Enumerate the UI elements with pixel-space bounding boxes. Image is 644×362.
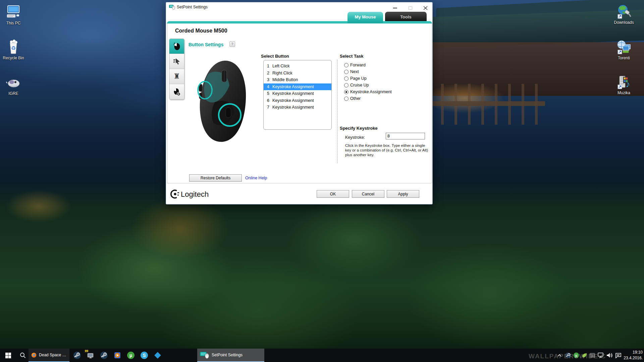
taskbar-steam-2[interactable] bbox=[97, 349, 111, 362]
specify-keystroke-heading: Specify Keystroke bbox=[340, 126, 378, 131]
desktop-icon-recycle-bin[interactable]: ♻ Recycle Bin bbox=[0, 39, 28, 60]
desktop-icon-this-pc[interactable]: This PC bbox=[0, 4, 28, 25]
select-task-heading: Select Task bbox=[340, 54, 364, 59]
clock[interactable]: 19:10 23.4.2016. bbox=[622, 350, 643, 361]
radio-page-up[interactable]: Page Up bbox=[344, 75, 392, 82]
start-button[interactable] bbox=[0, 349, 16, 362]
list-item[interactable]: 6Keystroke Assignment bbox=[264, 97, 331, 104]
list-item[interactable]: 7Keystroke Assignment bbox=[264, 104, 331, 111]
button-list: 1Left Click 2Right Click 3Middle Button … bbox=[263, 60, 332, 130]
select-button-heading: Select Button bbox=[261, 54, 289, 59]
svg-text:Logitech: Logitech bbox=[181, 190, 209, 198]
setpoint-app-icon bbox=[169, 4, 175, 10]
mouse-illustration bbox=[195, 59, 255, 145]
taskbar-window-label: SetPoint Settings bbox=[212, 353, 243, 357]
list-item[interactable]: 1Left Click bbox=[264, 63, 331, 70]
taskbar-utorrent[interactable]: µ bbox=[124, 349, 138, 362]
windows-logo-icon bbox=[5, 353, 11, 358]
steam-icon bbox=[73, 351, 81, 359]
search-button[interactable] bbox=[16, 349, 30, 362]
radio-icon bbox=[344, 76, 348, 81]
svg-text:♻: ♻ bbox=[11, 45, 16, 51]
section-title: Button Settings bbox=[189, 42, 223, 47]
mouse-button-icon bbox=[172, 42, 181, 51]
list-item[interactable]: 3Middle Button bbox=[264, 76, 331, 83]
desktop-icon-label: Downloads bbox=[609, 20, 639, 25]
taskbar-setpoint-window[interactable]: SetPoint Settings bbox=[197, 349, 264, 362]
speaker-icon bbox=[606, 352, 613, 358]
list-item[interactable]: 5Keystroke Assignment bbox=[264, 90, 331, 97]
desktop-icon-downloads[interactable]: Downloads bbox=[609, 3, 639, 25]
keystroke-input[interactable] bbox=[386, 133, 425, 139]
radio-icon bbox=[344, 90, 348, 94]
sidebar-button-settings[interactable] bbox=[169, 39, 184, 54]
utorrent-icon: µ bbox=[127, 351, 135, 359]
radio-cruise-up[interactable]: Cruise Up bbox=[344, 82, 392, 88]
tray-volume[interactable] bbox=[605, 349, 614, 362]
steam-icon bbox=[100, 351, 108, 359]
list-item[interactable]: 2Right Click bbox=[264, 70, 331, 77]
desktop-icon-igre[interactable]: IGRE bbox=[0, 74, 28, 96]
minimize-button[interactable] bbox=[390, 5, 400, 11]
firefox-icon bbox=[31, 351, 37, 359]
close-icon bbox=[423, 6, 428, 10]
this-pc-icon bbox=[5, 4, 21, 20]
titlebar[interactable]: SetPoint Settings bbox=[166, 2, 432, 12]
radio-icon bbox=[344, 97, 348, 101]
downloads-globe-icon bbox=[616, 3, 632, 19]
radio-keystroke-assignment[interactable]: Keystroke Assignment bbox=[344, 88, 392, 95]
radio-icon bbox=[344, 63, 348, 67]
skype-icon: S bbox=[140, 351, 148, 359]
radio-other[interactable]: Other bbox=[344, 95, 392, 102]
apply-button[interactable]: Apply bbox=[387, 190, 419, 198]
radio-icon bbox=[344, 70, 348, 74]
desktop-icon-torenti[interactable]: Torenti bbox=[609, 39, 639, 60]
radio-next[interactable]: Next bbox=[344, 68, 392, 75]
kodi-icon bbox=[154, 351, 162, 359]
sidebar-mouse-options[interactable] bbox=[169, 84, 184, 99]
game-rook-icon: ♜ bbox=[173, 73, 180, 80]
sidebar-pointer-settings[interactable] bbox=[169, 54, 184, 69]
clock-time: 19:10 bbox=[622, 350, 643, 355]
desktop-icon-label: Muzika bbox=[609, 90, 639, 95]
sidebar-game-settings[interactable]: ♜ bbox=[169, 69, 184, 84]
taskbar-kodi[interactable] bbox=[151, 349, 164, 362]
fps-badge: 99 bbox=[85, 350, 89, 353]
media-player-icon bbox=[113, 351, 121, 359]
radio-icon bbox=[344, 83, 348, 87]
list-item[interactable]: 4Keystroke Assignment bbox=[264, 83, 331, 90]
settings-sidebar: ♜ bbox=[169, 39, 184, 100]
content-panel: Corded Mouse M500 ♜ bbox=[167, 23, 432, 183]
recycle-bin-icon: ♻ bbox=[5, 39, 21, 55]
pointer-icon bbox=[172, 57, 181, 66]
taskbar-steam[interactable] bbox=[70, 349, 84, 362]
cancel-button[interactable]: Cancel bbox=[352, 190, 384, 198]
desktop-icon-label: Recycle Bin bbox=[0, 56, 28, 60]
svg-text:♪: ♪ bbox=[626, 79, 630, 89]
logitech-logo: Logitech bbox=[170, 188, 217, 200]
ok-button[interactable]: OK bbox=[317, 190, 349, 198]
taskbar-firefox-window[interactable]: Dead Space 2 - Stra... bbox=[29, 349, 69, 362]
taskbar-skype[interactable]: S bbox=[138, 349, 151, 362]
radio-forward[interactable]: Forward bbox=[344, 62, 392, 68]
close-button[interactable] bbox=[420, 5, 430, 11]
maximize-button[interactable] bbox=[405, 5, 415, 11]
restore-defaults-button[interactable]: Restore Defaults bbox=[189, 174, 242, 182]
keystroke-field-label: Keystroke: bbox=[345, 135, 365, 140]
taskbar-window-label: Dead Space 2 - Stra... bbox=[39, 353, 67, 357]
desktop-icon-label: Torenti bbox=[609, 56, 639, 60]
desktop-icon-label: IGRE bbox=[0, 91, 28, 96]
tray-action-center[interactable] bbox=[614, 349, 623, 362]
taskbar-media-player[interactable] bbox=[111, 349, 124, 362]
column-separator bbox=[337, 60, 337, 163]
help-button[interactable]: ? bbox=[229, 41, 235, 47]
tab-my-mouse[interactable]: My Mouse bbox=[347, 12, 383, 23]
window-title: SetPoint Settings bbox=[177, 5, 208, 9]
taskbar-fps-monitor[interactable]: 99 bbox=[84, 349, 97, 362]
online-help-link[interactable]: Online Help bbox=[245, 176, 267, 180]
mouse-plus-icon bbox=[172, 87, 181, 96]
task-radio-group: Forward Next Page Up Cruise Up Keystroke… bbox=[344, 62, 392, 102]
desktop-icon-muzika[interactable]: ♪ Muzika bbox=[609, 74, 639, 95]
notification-icon bbox=[615, 353, 622, 358]
desktop: WALLPAPERSWIDE.C This PC ♻ Recycle Bin bbox=[0, 0, 644, 362]
